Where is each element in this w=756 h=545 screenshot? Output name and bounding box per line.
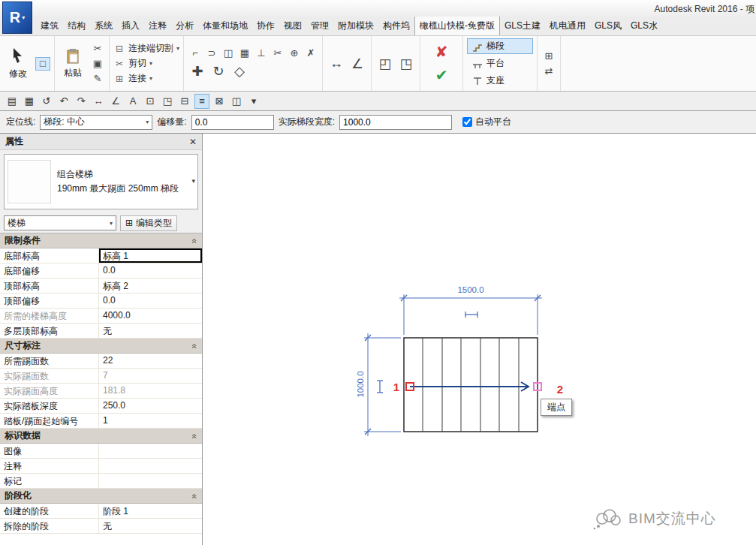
tag-icon[interactable]: ⊡ — [143, 94, 158, 109]
save-icon[interactable]: ▦ — [22, 94, 37, 109]
dim-height-text[interactable]: 1000.0 — [356, 371, 365, 397]
measure-icon[interactable]: ↔ — [327, 54, 346, 74]
locate-line-select[interactable]: 梯段: 中心 ▾ — [40, 115, 152, 130]
default-3d-view-icon[interactable]: ◳ — [160, 94, 175, 109]
tab-14[interactable]: GLS土建 — [500, 17, 545, 35]
flip-direction-icon[interactable]: ⇄ — [541, 65, 556, 78]
aligned-dimension-icon[interactable]: ∠ — [108, 94, 123, 109]
property-value[interactable] — [99, 474, 202, 488]
customize-qat-icon[interactable]: ▾ — [246, 94, 261, 109]
tab-9[interactable]: 视图 — [279, 17, 306, 35]
array-icon[interactable]: ▦ — [237, 46, 252, 59]
close-hidden-windows-icon[interactable]: ⊠ — [212, 94, 227, 109]
cut-icon[interactable]: ✂ — [90, 42, 105, 56]
split-icon[interactable]: ✂ — [270, 46, 285, 59]
tab-5[interactable]: 注释 — [144, 17, 171, 35]
stair-outline[interactable] — [404, 338, 538, 432]
tab-7[interactable]: 体量和场地 — [198, 17, 252, 35]
dim-width-text[interactable]: 1500.0 — [457, 285, 483, 294]
property-value[interactable]: 无 — [99, 519, 202, 533]
property-value[interactable]: 标高 1 — [99, 248, 202, 263]
tab-11[interactable]: 附加模块 — [333, 17, 378, 35]
railing-icon[interactable]: ⊞ — [541, 50, 556, 63]
application-menu-button[interactable]: R▾ — [2, 2, 32, 34]
component-run-button[interactable]: 梯段 — [467, 38, 533, 54]
pin-icon[interactable]: ⊕ — [287, 46, 302, 59]
tab-12[interactable]: 构件坞 — [378, 17, 414, 35]
paste-button[interactable]: 粘贴 — [59, 47, 87, 80]
match-type-icon[interactable]: ✎ — [90, 72, 105, 86]
collapse-icon[interactable]: « — [190, 238, 200, 243]
edit-type-button[interactable]: ⊞ 编辑类型 — [120, 215, 177, 231]
geometry-row-3[interactable]: ⊞连接▾ — [113, 71, 179, 86]
component-landing-button[interactable]: 平台 — [467, 56, 533, 71]
open-icon[interactable]: ▤ — [5, 94, 20, 109]
property-value[interactable]: 0.0 — [99, 263, 202, 278]
geometry-row-2[interactable]: ✂剪切▾ — [113, 56, 179, 71]
property-value[interactable]: 无 — [99, 324, 202, 338]
component-show-icon[interactable]: ◳ — [396, 54, 416, 74]
offset-input[interactable] — [191, 115, 274, 130]
thin-lines-icon[interactable]: ≡ — [194, 94, 209, 109]
type-selector[interactable]: 组合楼梯 190mm 最大踢面 250mm 梯段 ▾ — [4, 154, 198, 209]
section-header[interactable]: 尺寸标注« — [0, 339, 202, 354]
cancel-edit-mode-icon[interactable]: ✘ — [435, 43, 448, 61]
property-value[interactable]: 1 — [99, 414, 202, 428]
property-value[interactable]: 4000.0 — [99, 309, 202, 323]
tab-3[interactable]: 系统 — [90, 17, 117, 35]
tab-17[interactable]: GLS水 — [626, 17, 662, 35]
run-width-input[interactable] — [339, 115, 452, 130]
mirror-icon[interactable]: ◫ — [221, 46, 236, 59]
switch-windows-icon[interactable]: ◫ — [229, 94, 244, 109]
scale-icon[interactable]: ◇ — [230, 62, 249, 81]
tab-8[interactable]: 协作 — [252, 17, 279, 35]
delete-icon[interactable]: ✗ — [303, 46, 318, 59]
redo-icon[interactable]: ↷ — [74, 94, 89, 109]
tab-16[interactable]: GLS风 — [590, 17, 626, 35]
sync-icon[interactable]: ↺ — [39, 94, 54, 109]
text-icon[interactable]: A — [125, 94, 140, 109]
property-value[interactable]: 阶段 1 — [99, 504, 202, 518]
finish-edit-mode-icon[interactable]: ✔ — [435, 66, 448, 84]
close-icon[interactable]: ✕ — [189, 137, 197, 147]
property-value[interactable] — [99, 444, 202, 458]
offset-icon[interactable]: ⊃ — [204, 46, 219, 59]
category-filter-select[interactable]: 楼梯 ▾ — [4, 215, 116, 230]
tab-4[interactable]: 插入 — [117, 17, 144, 35]
section-header[interactable]: 限制条件« — [0, 233, 202, 248]
undo-icon[interactable]: ↶ — [56, 94, 71, 109]
align-icon[interactable]: ⌐ — [188, 46, 203, 59]
aligned-dimension-icon[interactable]: ∠ — [348, 54, 367, 74]
property-value[interactable]: 7 — [99, 369, 202, 383]
component-set-icon[interactable]: ◰ — [375, 54, 395, 74]
collapse-icon[interactable]: « — [190, 493, 200, 498]
trim-icon[interactable]: ⊥ — [254, 46, 269, 59]
measure-icon[interactable]: ↔ — [91, 94, 106, 109]
select-box-icon[interactable]: □ — [35, 57, 50, 71]
drawing-canvas[interactable]: 1500.0 1000.0 — [203, 134, 756, 545]
tab-13[interactable]: 橄榄山快模-免费版 — [414, 17, 500, 35]
auto-platform-checkbox[interactable] — [462, 117, 472, 127]
section-header[interactable]: 标识数据« — [0, 429, 202, 444]
property-value[interactable]: 181.8 — [99, 384, 202, 398]
dim-drag-handle[interactable] — [465, 312, 477, 318]
geometry-row-1[interactable]: ⊟连接端切割▾ — [113, 41, 179, 56]
tab-1[interactable]: 建筑 — [36, 17, 63, 35]
property-value[interactable] — [99, 459, 202, 473]
tab-2[interactable]: 结构 — [63, 17, 90, 35]
component-support-button[interactable]: 支座 — [467, 73, 533, 89]
modify-button[interactable]: 修改 — [4, 47, 32, 81]
collapse-icon[interactable]: « — [190, 343, 200, 348]
rotate-icon[interactable]: ↻ — [209, 62, 228, 81]
copy-icon[interactable]: ▣ — [90, 57, 105, 71]
property-value[interactable]: 0.0 — [99, 294, 202, 308]
tab-6[interactable]: 分析 — [171, 17, 198, 35]
property-value[interactable]: 250.0 — [99, 399, 202, 413]
tab-10[interactable]: 管理 — [306, 17, 333, 35]
section-header[interactable]: 阶段化« — [0, 489, 202, 504]
tab-15[interactable]: 机电通用 — [545, 17, 590, 35]
move-icon[interactable]: ✚ — [188, 62, 207, 81]
dim-drag-handle[interactable] — [377, 381, 383, 393]
section-icon[interactable]: ⊟ — [177, 94, 192, 109]
property-value[interactable]: 标高 2 — [99, 279, 202, 293]
